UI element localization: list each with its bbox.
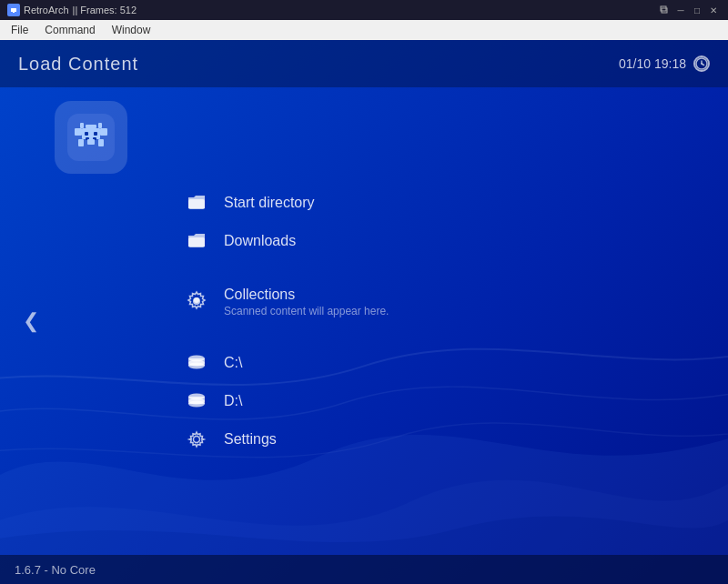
main-content: Load Content 01/10 19:18 ❮ bbox=[0, 40, 728, 584]
settings-icon bbox=[184, 427, 209, 452]
svg-rect-9 bbox=[75, 128, 82, 136]
menu-label-start-directory: Start directory bbox=[224, 195, 315, 211]
svg-rect-2 bbox=[13, 11, 15, 13]
svg-rect-22 bbox=[188, 199, 205, 209]
menu-label-downloads: Downloads bbox=[224, 233, 296, 249]
gap-1 bbox=[173, 261, 399, 279]
svg-point-35 bbox=[194, 437, 200, 443]
svg-rect-14 bbox=[94, 132, 97, 136]
folder-icon-downloads bbox=[184, 228, 209, 254]
svg-rect-23 bbox=[188, 237, 205, 247]
footer: 1.6.7 - No Core bbox=[0, 555, 728, 584]
svg-rect-18 bbox=[87, 139, 95, 145]
menu-label-drive-c: C:\ bbox=[224, 355, 242, 371]
svg-point-29 bbox=[188, 363, 205, 369]
menu-bar: File Command Window bbox=[0, 20, 728, 40]
drive-c-icon bbox=[184, 350, 209, 376]
menu-item-settings[interactable]: Settings bbox=[173, 421, 399, 458]
svg-rect-10 bbox=[86, 125, 96, 128]
svg-rect-17 bbox=[78, 139, 84, 146]
retroarch-logo-icon bbox=[67, 114, 115, 161]
menu-sublabel-collections: Scanned content will appear here. bbox=[224, 305, 389, 317]
title-bar-left: RetroArch || Frames: 512 bbox=[7, 4, 136, 16]
menu-command[interactable]: Command bbox=[37, 22, 102, 38]
back-button[interactable]: ❮ bbox=[14, 300, 48, 342]
svg-rect-20 bbox=[80, 123, 84, 128]
menu-label-drive-d: D:\ bbox=[224, 393, 242, 409]
app-icon bbox=[7, 4, 20, 16]
content-area: ❮ bbox=[0, 87, 728, 555]
frames-label: || Frames: 512 bbox=[73, 5, 137, 15]
svg-rect-21 bbox=[98, 123, 102, 128]
svg-line-7 bbox=[702, 64, 704, 65]
svg-rect-19 bbox=[98, 139, 104, 146]
page-header: Load Content 01/10 19:18 bbox=[0, 40, 728, 87]
close-button[interactable]: ✕ bbox=[706, 4, 721, 16]
minimize-button[interactable]: ─ bbox=[673, 4, 688, 16]
svg-rect-12 bbox=[100, 128, 107, 136]
datetime-display: 01/10 19:18 bbox=[619, 56, 686, 71]
svg-point-34 bbox=[188, 401, 205, 408]
menu-item-downloads[interactable]: Downloads bbox=[173, 223, 399, 259]
collections-gear-icon bbox=[184, 288, 209, 314]
menu-window[interactable]: Window bbox=[105, 22, 158, 38]
menu-label-collections: Collections bbox=[224, 287, 389, 303]
svg-point-24 bbox=[194, 297, 199, 303]
title-bar-controls: ─ □ ✕ bbox=[657, 4, 721, 16]
maximize-button[interactable]: □ bbox=[690, 4, 704, 16]
app-logo bbox=[55, 101, 127, 174]
menu-item-collections[interactable]: Collections Scanned content will appear … bbox=[173, 281, 399, 323]
menu-list: Start directory Downloads bbox=[173, 87, 399, 555]
menu-item-drive-c[interactable]: C:\ bbox=[173, 345, 399, 381]
page-title: Load Content bbox=[18, 54, 138, 75]
clock-icon bbox=[693, 55, 710, 72]
version-label: 1.6.7 - No Core bbox=[15, 563, 96, 577]
menu-label-settings: Settings bbox=[224, 431, 277, 448]
restore-button[interactable] bbox=[657, 4, 672, 16]
collections-text-area: Collections Scanned content will appear … bbox=[224, 287, 389, 317]
svg-rect-13 bbox=[85, 132, 88, 136]
title-bar: RetroArch || Frames: 512 ─ □ ✕ bbox=[0, 0, 728, 20]
header-right: 01/10 19:18 bbox=[619, 55, 710, 72]
app-title: RetroArch bbox=[24, 5, 69, 15]
gap-2 bbox=[173, 325, 399, 343]
drive-d-icon bbox=[184, 388, 209, 414]
menu-item-drive-d[interactable]: D:\ bbox=[173, 383, 399, 419]
menu-item-start-directory[interactable]: Start directory bbox=[173, 185, 399, 221]
folder-icon-start bbox=[184, 190, 209, 216]
menu-file[interactable]: File bbox=[4, 22, 35, 38]
